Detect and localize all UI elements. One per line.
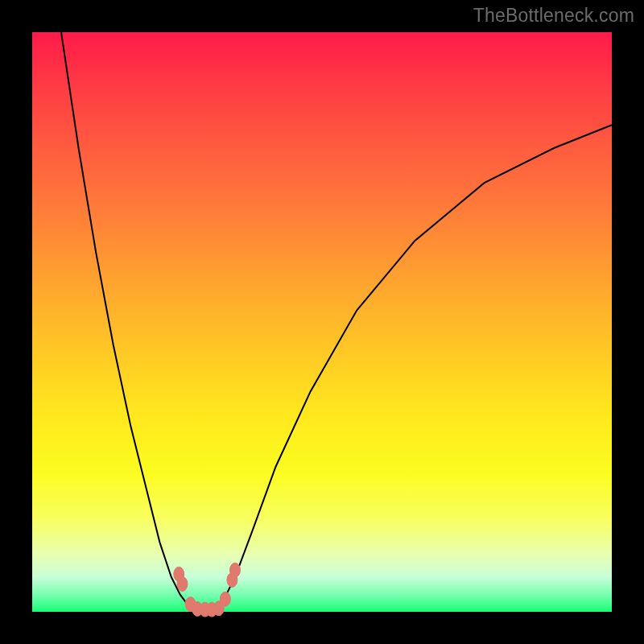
curve-right-branch xyxy=(217,125,612,612)
plot-area xyxy=(32,32,612,612)
chart-frame: TheBottleneck.com xyxy=(0,0,644,644)
marker-dot xyxy=(177,576,188,591)
curve-svg xyxy=(32,32,612,612)
trough-markers xyxy=(174,563,241,617)
curve-left-branch xyxy=(61,32,195,612)
marker-dot xyxy=(220,592,230,606)
marker-dot xyxy=(230,563,241,577)
watermark-text: TheBottleneck.com xyxy=(473,5,634,27)
